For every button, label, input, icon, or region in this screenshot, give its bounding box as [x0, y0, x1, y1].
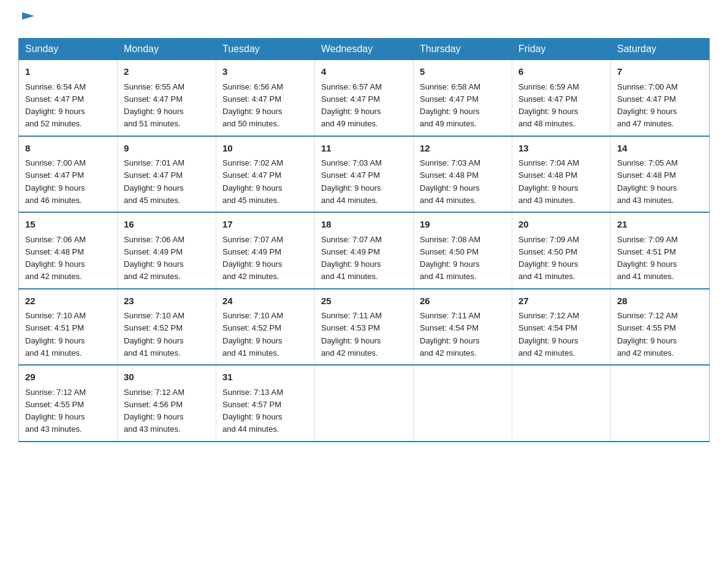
day-number: 11 [321, 142, 407, 156]
calendar-day-cell: 10 Sunrise: 7:02 AM Sunset: 4:47 PM Dayl… [216, 136, 315, 213]
day-info: Sunrise: 7:13 AM Sunset: 4:57 PM Dayligh… [222, 388, 283, 434]
day-info: Sunrise: 7:00 AM Sunset: 4:47 PM Dayligh… [25, 158, 86, 205]
calendar-day-cell: 28 Sunrise: 7:12 AM Sunset: 4:55 PM Dayl… [611, 289, 710, 366]
day-info: Sunrise: 7:10 AM Sunset: 4:52 PM Dayligh… [124, 311, 184, 358]
calendar-week-row: 1 Sunrise: 6:54 AM Sunset: 4:47 PM Dayli… [19, 60, 710, 136]
calendar-day-cell: 26 Sunrise: 7:11 AM Sunset: 4:54 PM Dayl… [414, 289, 512, 366]
day-number: 29 [25, 370, 111, 385]
calendar-day-cell: 23 Sunrise: 7:10 AM Sunset: 4:52 PM Dayl… [118, 289, 216, 366]
day-number: 15 [25, 218, 111, 232]
day-info: Sunrise: 7:03 AM Sunset: 4:48 PM Dayligh… [420, 158, 480, 205]
day-of-week-header: Tuesday [216, 39, 315, 60]
day-info: Sunrise: 7:12 AM Sunset: 4:56 PM Dayligh… [124, 388, 184, 434]
day-info: Sunrise: 7:03 AM Sunset: 4:47 PM Dayligh… [321, 158, 382, 205]
day-info: Sunrise: 7:02 AM Sunset: 4:47 PM Dayligh… [222, 158, 283, 205]
calendar-day-cell: 30 Sunrise: 7:12 AM Sunset: 4:56 PM Dayl… [118, 365, 216, 442]
calendar-day-cell: 9 Sunrise: 7:01 AM Sunset: 4:47 PM Dayli… [118, 136, 216, 213]
day-info: Sunrise: 7:10 AM Sunset: 4:52 PM Dayligh… [222, 311, 283, 358]
day-number: 28 [617, 294, 703, 308]
day-info: Sunrise: 7:05 AM Sunset: 4:48 PM Dayligh… [617, 158, 678, 205]
day-number: 24 [222, 294, 308, 308]
day-info: Sunrise: 6:55 AM Sunset: 4:47 PM Dayligh… [124, 82, 184, 129]
day-info: Sunrise: 7:12 AM Sunset: 4:54 PM Dayligh… [518, 311, 579, 358]
calendar-day-cell: 31 Sunrise: 7:13 AM Sunset: 4:57 PM Dayl… [216, 365, 315, 442]
day-info: Sunrise: 7:10 AM Sunset: 4:51 PM Dayligh… [25, 311, 86, 358]
day-of-week-header: Wednesday [315, 39, 414, 60]
calendar-day-cell: 1 Sunrise: 6:54 AM Sunset: 4:47 PM Dayli… [19, 60, 118, 136]
calendar-day-cell: 24 Sunrise: 7:10 AM Sunset: 4:52 PM Dayl… [216, 289, 315, 366]
day-number: 16 [124, 218, 210, 232]
day-number: 17 [222, 218, 308, 232]
calendar-day-cell: 25 Sunrise: 7:11 AM Sunset: 4:53 PM Dayl… [315, 289, 414, 366]
day-number: 5 [420, 65, 506, 79]
calendar-day-cell: 2 Sunrise: 6:55 AM Sunset: 4:47 PM Dayli… [118, 60, 216, 136]
calendar-table: SundayMondayTuesdayWednesdayThursdayFrid… [18, 38, 710, 442]
day-info: Sunrise: 6:56 AM Sunset: 4:47 PM Dayligh… [222, 82, 283, 129]
day-number: 22 [25, 294, 111, 308]
day-number: 19 [420, 218, 506, 232]
day-number: 12 [420, 142, 506, 156]
calendar-week-row: 15 Sunrise: 7:06 AM Sunset: 4:48 PM Dayl… [19, 212, 710, 289]
calendar-day-cell [315, 365, 414, 442]
calendar-day-cell: 6 Sunrise: 6:59 AM Sunset: 4:47 PM Dayli… [512, 60, 611, 136]
day-number: 9 [124, 142, 210, 156]
day-number: 18 [321, 218, 407, 232]
day-info: Sunrise: 6:59 AM Sunset: 4:47 PM Dayligh… [518, 82, 579, 129]
day-number: 21 [617, 218, 703, 232]
day-number: 2 [124, 65, 210, 79]
day-number: 1 [25, 65, 111, 79]
day-number: 10 [222, 142, 308, 156]
day-info: Sunrise: 6:57 AM Sunset: 4:47 PM Dayligh… [321, 82, 382, 129]
calendar-day-cell: 19 Sunrise: 7:08 AM Sunset: 4:50 PM Dayl… [414, 212, 512, 289]
day-of-week-header: Thursday [414, 39, 512, 60]
calendar-day-cell: 16 Sunrise: 7:06 AM Sunset: 4:49 PM Dayl… [118, 212, 216, 289]
day-info: Sunrise: 7:06 AM Sunset: 4:48 PM Dayligh… [25, 235, 86, 282]
day-info: Sunrise: 7:11 AM Sunset: 4:54 PM Dayligh… [420, 311, 480, 358]
calendar-day-cell: 18 Sunrise: 7:07 AM Sunset: 4:49 PM Dayl… [315, 212, 414, 289]
day-number: 23 [124, 294, 210, 308]
calendar-week-row: 8 Sunrise: 7:00 AM Sunset: 4:47 PM Dayli… [19, 136, 710, 213]
logo-flag-icon [20, 10, 37, 27]
calendar-day-cell: 29 Sunrise: 7:12 AM Sunset: 4:55 PM Dayl… [19, 365, 118, 442]
calendar-day-cell: 7 Sunrise: 7:00 AM Sunset: 4:47 PM Dayli… [611, 60, 710, 136]
svg-marker-0 [22, 12, 34, 20]
logo [18, 12, 37, 27]
day-info: Sunrise: 7:12 AM Sunset: 4:55 PM Dayligh… [617, 311, 678, 358]
day-number: 20 [518, 218, 604, 232]
day-number: 3 [222, 65, 308, 79]
calendar-week-row: 22 Sunrise: 7:10 AM Sunset: 4:51 PM Dayl… [19, 289, 710, 366]
day-number: 25 [321, 294, 407, 308]
day-of-week-header: Monday [118, 39, 216, 60]
calendar-day-cell [512, 365, 611, 442]
day-info: Sunrise: 7:04 AM Sunset: 4:48 PM Dayligh… [518, 158, 579, 205]
day-info: Sunrise: 7:00 AM Sunset: 4:47 PM Dayligh… [617, 82, 678, 129]
day-number: 8 [25, 142, 111, 156]
day-number: 14 [617, 142, 703, 156]
header-row: SundayMondayTuesdayWednesdayThursdayFrid… [19, 39, 710, 60]
day-info: Sunrise: 7:12 AM Sunset: 4:55 PM Dayligh… [25, 388, 86, 434]
day-info: Sunrise: 7:09 AM Sunset: 4:50 PM Dayligh… [518, 235, 579, 282]
calendar-day-cell: 13 Sunrise: 7:04 AM Sunset: 4:48 PM Dayl… [512, 136, 611, 213]
day-info: Sunrise: 7:07 AM Sunset: 4:49 PM Dayligh… [321, 235, 382, 282]
day-number: 26 [420, 294, 506, 308]
calendar-day-cell: 4 Sunrise: 6:57 AM Sunset: 4:47 PM Dayli… [315, 60, 414, 136]
calendar-day-cell: 14 Sunrise: 7:05 AM Sunset: 4:48 PM Dayl… [611, 136, 710, 213]
day-info: Sunrise: 7:11 AM Sunset: 4:53 PM Dayligh… [321, 311, 382, 358]
day-of-week-header: Sunday [19, 39, 118, 60]
day-number: 6 [518, 65, 604, 79]
calendar-header: SundayMondayTuesdayWednesdayThursdayFrid… [19, 39, 710, 60]
day-info: Sunrise: 6:54 AM Sunset: 4:47 PM Dayligh… [25, 82, 86, 129]
calendar-day-cell [611, 365, 710, 442]
calendar-day-cell: 20 Sunrise: 7:09 AM Sunset: 4:50 PM Dayl… [512, 212, 611, 289]
calendar-day-cell: 3 Sunrise: 6:56 AM Sunset: 4:47 PM Dayli… [216, 60, 315, 136]
day-number: 7 [617, 65, 703, 79]
calendar-day-cell: 22 Sunrise: 7:10 AM Sunset: 4:51 PM Dayl… [19, 289, 118, 366]
calendar-day-cell: 5 Sunrise: 6:58 AM Sunset: 4:47 PM Dayli… [414, 60, 512, 136]
calendar-day-cell [414, 365, 512, 442]
day-info: Sunrise: 7:06 AM Sunset: 4:49 PM Dayligh… [124, 235, 184, 282]
day-number: 4 [321, 65, 407, 79]
day-number: 31 [222, 370, 308, 385]
day-info: Sunrise: 7:09 AM Sunset: 4:51 PM Dayligh… [617, 235, 678, 282]
calendar-day-cell: 12 Sunrise: 7:03 AM Sunset: 4:48 PM Dayl… [414, 136, 512, 213]
day-of-week-header: Friday [512, 39, 611, 60]
